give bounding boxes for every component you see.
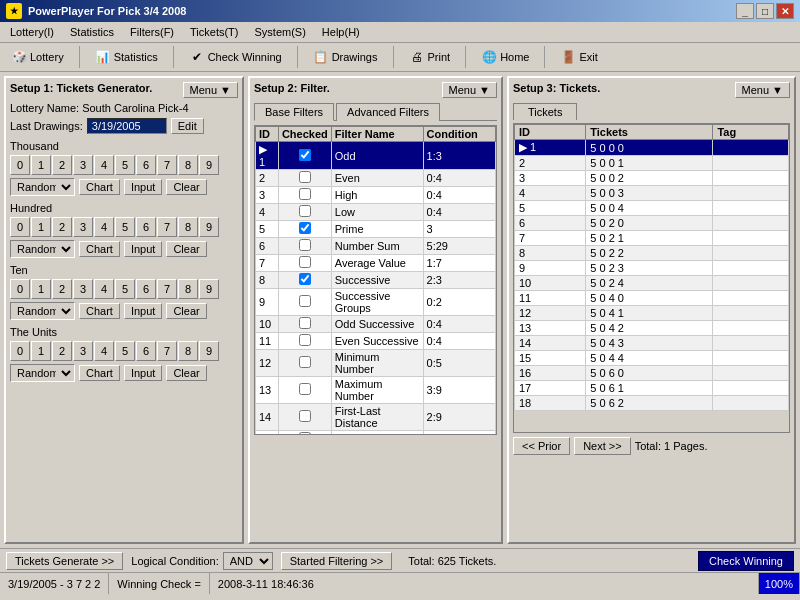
ten-digit-2[interactable]: 2 xyxy=(52,279,72,299)
ten-digit-4[interactable]: 4 xyxy=(94,279,114,299)
menu-help[interactable]: Help(H) xyxy=(316,24,366,40)
hundred-digit-0[interactable]: 0 xyxy=(10,217,30,237)
ticket-row[interactable]: 9 5 0 2 3 xyxy=(515,261,789,276)
thousand-digit-4[interactable]: 4 xyxy=(94,155,114,175)
ticket-row[interactable]: 7 5 0 2 1 xyxy=(515,231,789,246)
ticket-row[interactable]: 3 5 0 0 2 xyxy=(515,171,789,186)
filter-row[interactable]: 15 Max Distance 1:9 xyxy=(256,431,496,436)
ticket-row[interactable]: 5 5 0 0 4 xyxy=(515,201,789,216)
hundred-digit-2[interactable]: 2 xyxy=(52,217,72,237)
units-digit-5[interactable]: 5 xyxy=(115,341,135,361)
filter-checked[interactable] xyxy=(278,204,331,221)
menu-lottery[interactable]: Lottery(I) xyxy=(4,24,60,40)
hundred-digit-1[interactable]: 1 xyxy=(31,217,51,237)
thousand-digit-0[interactable]: 0 xyxy=(10,155,30,175)
thousand-input-button[interactable]: Input xyxy=(124,179,162,195)
ten-digit-8[interactable]: 8 xyxy=(178,279,198,299)
ticket-row[interactable]: 2 5 0 0 1 xyxy=(515,156,789,171)
ticket-row[interactable]: ▶ 1 5 0 0 0 xyxy=(515,140,789,156)
ten-clear-button[interactable]: Clear xyxy=(166,303,206,319)
filter-checked[interactable] xyxy=(278,238,331,255)
hundred-digit-9[interactable]: 9 xyxy=(199,217,219,237)
filter-checked[interactable] xyxy=(278,377,331,404)
filter-row[interactable]: 7 Average Value 1:7 xyxy=(256,255,496,272)
filter-row[interactable]: 13 Maximum Number 3:9 xyxy=(256,377,496,404)
toolbar-home[interactable]: 🌐 Home xyxy=(474,46,536,68)
ticket-row[interactable]: 16 5 0 6 0 xyxy=(515,366,789,381)
tab-tickets[interactable]: Tickets xyxy=(513,103,577,120)
ten-digit-0[interactable]: 0 xyxy=(10,279,30,299)
filter-row[interactable]: 3 High 0:4 xyxy=(256,187,496,204)
ten-digit-9[interactable]: 9 xyxy=(199,279,219,299)
thousand-digit-8[interactable]: 8 xyxy=(178,155,198,175)
thousand-digit-5[interactable]: 5 xyxy=(115,155,135,175)
minimize-button[interactable]: _ xyxy=(736,3,754,19)
tickets-table-container[interactable]: ID Tickets Tag ▶ 1 5 0 0 0 2 5 0 0 1 3 5… xyxy=(513,123,790,433)
ticket-row[interactable]: 13 5 0 4 2 xyxy=(515,321,789,336)
filter-row[interactable]: 12 Minimum Number 0:5 xyxy=(256,350,496,377)
toolbar-checkwinning[interactable]: ✔ Check Winning xyxy=(182,46,289,68)
menu-statistics[interactable]: Statistics xyxy=(64,24,120,40)
ticket-row[interactable]: 10 5 0 2 4 xyxy=(515,276,789,291)
units-digit-6[interactable]: 6 xyxy=(136,341,156,361)
filter-checked[interactable] xyxy=(278,316,331,333)
setup3-menu-button[interactable]: Menu ▼ xyxy=(735,82,790,98)
filter-table-container[interactable]: ID Checked Filter Name Condition ▶ 1 Odd… xyxy=(254,125,497,435)
filter-checked[interactable] xyxy=(278,289,331,316)
ten-chart-button[interactable]: Chart xyxy=(79,303,120,319)
filter-row[interactable]: 4 Low 0:4 xyxy=(256,204,496,221)
units-digit-9[interactable]: 9 xyxy=(199,341,219,361)
thousand-digit-9[interactable]: 9 xyxy=(199,155,219,175)
thousand-chart-button[interactable]: Chart xyxy=(79,179,120,195)
ticket-row[interactable]: 12 5 0 4 1 xyxy=(515,306,789,321)
ten-digit-1[interactable]: 1 xyxy=(31,279,51,299)
ticket-row[interactable]: 4 5 0 0 3 xyxy=(515,186,789,201)
last-drawings-input[interactable]: 3/19/2005 xyxy=(87,118,167,134)
units-clear-button[interactable]: Clear xyxy=(166,365,206,381)
toolbar-drawings[interactable]: 📋 Drawings xyxy=(306,46,385,68)
units-digit-2[interactable]: 2 xyxy=(52,341,72,361)
filter-checked[interactable] xyxy=(278,221,331,238)
started-filtering-button[interactable]: Started Filtering >> xyxy=(281,552,393,570)
filter-checked[interactable] xyxy=(278,333,331,350)
thousand-digit-2[interactable]: 2 xyxy=(52,155,72,175)
units-digit-1[interactable]: 1 xyxy=(31,341,51,361)
ticket-row[interactable]: 18 5 0 6 2 xyxy=(515,396,789,411)
hundred-digit-7[interactable]: 7 xyxy=(157,217,177,237)
hundred-input-button[interactable]: Input xyxy=(124,241,162,257)
thousand-digit-6[interactable]: 6 xyxy=(136,155,156,175)
filter-checked[interactable] xyxy=(278,404,331,431)
hundred-select[interactable]: RandomFixedRange xyxy=(10,240,75,258)
units-input-button[interactable]: Input xyxy=(124,365,162,381)
menu-tickets[interactable]: Tickets(T) xyxy=(184,24,244,40)
ten-input-button[interactable]: Input xyxy=(124,303,162,319)
filter-checked[interactable] xyxy=(278,187,331,204)
filter-row[interactable]: 10 Odd Successive 0:4 xyxy=(256,316,496,333)
toolbar-statistics[interactable]: 📊 Statistics xyxy=(88,46,165,68)
units-digit-8[interactable]: 8 xyxy=(178,341,198,361)
thousand-clear-button[interactable]: Clear xyxy=(166,179,206,195)
hundred-digit-6[interactable]: 6 xyxy=(136,217,156,237)
ticket-row[interactable]: 14 5 0 4 3 xyxy=(515,336,789,351)
setup1-menu-button[interactable]: Menu ▼ xyxy=(183,82,238,98)
ten-digit-5[interactable]: 5 xyxy=(115,279,135,299)
maximize-button[interactable]: □ xyxy=(756,3,774,19)
toolbar-exit[interactable]: 🚪 Exit xyxy=(553,46,604,68)
filter-checked[interactable] xyxy=(278,255,331,272)
tab-base-filters[interactable]: Base Filters xyxy=(254,103,334,121)
units-chart-button[interactable]: Chart xyxy=(79,365,120,381)
units-digit-4[interactable]: 4 xyxy=(94,341,114,361)
menu-system[interactable]: System(S) xyxy=(249,24,312,40)
filter-row[interactable]: 14 First-Last Distance 2:9 xyxy=(256,404,496,431)
units-select[interactable]: RandomFixedRange xyxy=(10,364,75,382)
thousand-select[interactable]: RandomFixedRange xyxy=(10,178,75,196)
filter-row[interactable]: 9 Successive Groups 0:2 xyxy=(256,289,496,316)
prior-button[interactable]: << Prior xyxy=(513,437,570,455)
ten-digit-3[interactable]: 3 xyxy=(73,279,93,299)
filter-checked[interactable] xyxy=(278,272,331,289)
hundred-clear-button[interactable]: Clear xyxy=(166,241,206,257)
thousand-digit-3[interactable]: 3 xyxy=(73,155,93,175)
next-button[interactable]: Next >> xyxy=(574,437,631,455)
filter-row[interactable]: 11 Even Successive 0:4 xyxy=(256,333,496,350)
generate-button[interactable]: Tickets Generate >> xyxy=(6,552,123,570)
